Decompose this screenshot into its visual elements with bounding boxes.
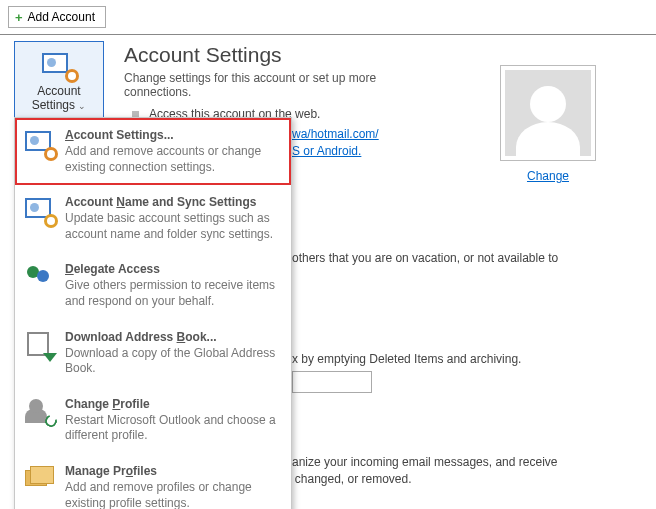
menu-item-desc: Add and remove profiles or change existi… [65, 480, 279, 509]
top-toolbar: + Add Account [0, 0, 656, 35]
menu-change-profile[interactable]: Change Profile Restart Microsoft Outlook… [15, 387, 291, 454]
menu-manage-profiles[interactable]: Manage Profiles Add and remove profiles … [15, 454, 291, 509]
delegate-access-icon [25, 262, 55, 292]
menu-item-desc: Add and remove accounts or change existi… [65, 144, 279, 175]
menu-item-desc: Restart Microsoft Outlook and choose a d… [65, 413, 279, 444]
menu-item-desc: Update basic account settings such as ac… [65, 211, 279, 242]
owa-link-fragment[interactable]: wa/hotmail.com/ [292, 127, 379, 141]
account-settings-ribbon-button[interactable]: Account Settings ⌄ [14, 41, 104, 120]
address-book-icon [25, 330, 55, 360]
chevron-down-icon: ⌄ [78, 101, 86, 111]
mobile-link-fragment[interactable]: S or Android. [292, 144, 361, 158]
menu-item-desc: Give others permission to receive items … [65, 278, 279, 309]
menu-item-title: Manage Profiles [65, 464, 279, 478]
menu-delegate-access[interactable]: Delegate Access Give others permission t… [15, 252, 291, 319]
change-avatar-link[interactable]: Change [527, 169, 569, 183]
menu-item-title: Delegate Access [65, 262, 279, 276]
page-subtitle: Change settings for this account or set … [124, 71, 424, 99]
menu-item-title: Change Profile [65, 397, 279, 411]
menu-account-name-sync[interactable]: Account Name and Sync Settings Update ba… [15, 185, 291, 252]
mailbox-input-fragment[interactable] [292, 371, 372, 393]
account-settings-dropdown: Account Settings... Add and remove accou… [14, 117, 292, 509]
menu-item-title: Download Address Book... [65, 330, 279, 344]
avatar-frame [500, 65, 596, 161]
menu-item-title: Account Name and Sync Settings [65, 195, 279, 209]
account-settings-icon [25, 128, 55, 158]
main-area: Account Settings ⌄ Account Settings Chan… [0, 35, 656, 131]
account-avatar-box: Change [500, 65, 596, 183]
rules-text-fragment-1: anize your incoming email messages, and … [292, 455, 557, 469]
menu-account-settings[interactable]: Account Settings... Add and remove accou… [15, 118, 291, 185]
page-title: Account Settings [124, 43, 642, 67]
menu-item-desc: Download a copy of the Global Address Bo… [65, 346, 279, 377]
account-settings-icon [42, 50, 76, 80]
avatar-placeholder-icon [505, 70, 591, 156]
menu-item-title: Account Settings... [65, 128, 279, 142]
menu-download-address-book[interactable]: Download Address Book... Download a copy… [15, 320, 291, 387]
add-account-label: Add Account [28, 10, 95, 24]
account-sync-icon [25, 195, 55, 225]
add-account-button[interactable]: + Add Account [8, 6, 106, 28]
manage-profiles-icon [25, 464, 55, 494]
autoreply-text-fragment: others that you are on vacation, or not … [292, 251, 558, 265]
change-profile-icon [25, 397, 55, 427]
mailbox-text-fragment: x by emptying Deleted Items and archivin… [292, 352, 521, 366]
plus-icon: + [15, 11, 23, 24]
ribbon-label: Account Settings ⌄ [19, 84, 99, 113]
